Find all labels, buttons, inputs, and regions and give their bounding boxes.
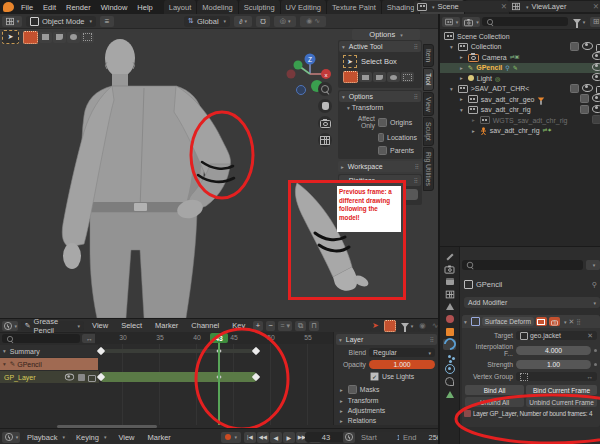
menu-file[interactable]: File [16, 3, 38, 12]
outliner-row-chr-geo[interactable]: ▸sav_adt_chr_geo [440, 94, 600, 104]
render-icon[interactable] [596, 86, 600, 94]
playback-menu[interactable]: Playback▾ [23, 432, 69, 442]
tab-physics-icon[interactable] [443, 364, 456, 375]
outliner-row-scene-collection[interactable]: Scene Collection [444, 31, 510, 41]
channel-summary[interactable]: ▾Summary [0, 345, 98, 357]
tab-output-icon[interactable] [443, 276, 456, 287]
pan-hand-icon[interactable] [318, 99, 332, 113]
keying-menu[interactable]: Keying▾ [72, 432, 110, 442]
ds-add-key-button[interactable]: + [253, 321, 263, 331]
ds-lock-button[interactable]: ⊓ [309, 321, 319, 331]
channel-gp-layer[interactable]: GP_Layer [0, 371, 99, 383]
tab-world-icon[interactable] [443, 314, 456, 325]
n-tab-sculpt[interactable]: Sculpt [423, 117, 434, 146]
workspace-tab-texture-paint[interactable]: Texture Paint [327, 0, 382, 14]
ds-menu-view[interactable]: View [87, 321, 113, 330]
tool-mode-3[interactable] [373, 72, 386, 82]
ortho-grid-icon[interactable] [318, 133, 332, 147]
breadcrumb-object-name[interactable]: GPencil [476, 280, 502, 289]
ds-menu-channel[interactable]: Channel [186, 321, 224, 330]
active-tool-panel-header[interactable]: ▾Active Tool⠿ [339, 41, 421, 52]
hide-icon[interactable] [592, 73, 600, 81]
blend-dropdown[interactable]: Regular▾ [369, 348, 435, 357]
hide-icon[interactable] [582, 42, 593, 50]
options-panel-header[interactable]: ▾Options⠿ [339, 91, 421, 102]
key-area[interactable] [95, 344, 338, 425]
timeline-menu-marker[interactable]: Marker [143, 433, 176, 442]
modifier-drag-handle[interactable]: ⣿ [576, 318, 580, 325]
play-reverse-button[interactable]: ◀ [270, 432, 282, 443]
ds-filter-funnel-button[interactable]: ▾ [399, 321, 415, 331]
auto-key-record-button[interactable]: ▾ [221, 432, 241, 443]
origins-checkbox[interactable] [378, 118, 387, 127]
ds-editor-type-button[interactable]: ▾ [2, 321, 18, 331]
bind-all-button[interactable]: Bind All [465, 385, 524, 395]
tab-modifiers-icon[interactable] [443, 339, 456, 350]
proportional-editing-button[interactable]: ◎▾ [274, 16, 296, 27]
tab-object-icon[interactable] [443, 326, 456, 337]
modifier-name-field[interactable]: Surface Deform [482, 317, 534, 326]
channel-gpencil[interactable]: ▾✎GPencil [0, 358, 98, 370]
menu-render[interactable]: Render [61, 3, 96, 12]
render-icon[interactable] [596, 44, 600, 52]
outliner-row-armature-rig[interactable]: ▸sav_adt_chr_rig⮂✶ [440, 126, 600, 136]
tool-mode-5[interactable] [401, 72, 414, 82]
gp-layer-onion-icon[interactable] [78, 374, 85, 381]
playhead-line[interactable] [218, 343, 220, 425]
relations-section[interactable]: Relations [348, 417, 376, 424]
n-tab-item[interactable]: Item [423, 44, 434, 67]
ds-remove-key-button[interactable]: − [266, 321, 276, 331]
interpolation-falloff-field[interactable]: 4.000 [516, 346, 591, 355]
viewport-3d[interactable]: ▾ Object Mode▾ ≡ ⇅Global▾ ∂▾ Ω ◎▾ ◉ ∿ ➤ … [0, 14, 438, 318]
outliner-row-camera[interactable]: ▸Camera⮂▣ [440, 52, 600, 62]
current-frame-field[interactable]: 43 [305, 432, 347, 442]
orientation-selector[interactable]: ⇅Global▾ [184, 16, 230, 27]
outliner-new-collection-button[interactable]: ⊞ [590, 17, 600, 27]
workspace-tab-modeling[interactable]: Modeling [197, 0, 238, 14]
outliner-row-collection[interactable]: ▾Collection [440, 42, 600, 52]
prev-keyframe-button[interactable]: ◀◀ [257, 432, 269, 443]
tool-mode-4[interactable] [387, 72, 400, 82]
workspace-panel-header[interactable]: ▸Workspace⠿ [338, 161, 422, 172]
outliner-row-chr-rig[interactable]: ▾sav_adt_chr_rig [440, 105, 600, 115]
channel-search-input[interactable] [2, 334, 80, 343]
blender-logo-icon[interactable] [3, 2, 14, 12]
ds-only-selected-icon[interactable]: ➤ [370, 321, 380, 331]
mode-selector[interactable]: Object Mode▾ [26, 16, 96, 27]
viewport-menus-button[interactable]: ≡ [100, 16, 114, 27]
workspace-tab-sculpting[interactable]: Sculpting [239, 0, 281, 14]
tab-tool-icon[interactable] [443, 251, 456, 262]
adjustments-section[interactable]: Adjustments [348, 407, 385, 414]
ds-mode-selector[interactable]: ✎Grease Pencil▾ [21, 321, 84, 331]
use-preview-range-button[interactable] [343, 432, 355, 443]
tab-data-icon[interactable] [443, 389, 456, 400]
outliner-row-sav-adt-chr[interactable]: ▾>SAV_ADT_CHR< [440, 84, 600, 94]
animate-dot[interactable] [594, 349, 597, 352]
exclude-checkbox[interactable] [580, 94, 589, 103]
outliner-display-mode-button[interactable]: ▾ [442, 17, 460, 27]
hide-icon[interactable] [592, 63, 600, 71]
ds-proportional-icon[interactable]: ◉ [418, 321, 428, 331]
gp-layer-visibility-icon[interactable] [65, 374, 74, 381]
ds-menu-select[interactable]: Select [116, 321, 147, 330]
outliner-row-wgts-rig[interactable]: ▸WGTS_sav_adt_chr_rig [440, 115, 600, 125]
exclude-checkbox[interactable] [580, 105, 589, 114]
exclude-checkbox[interactable] [592, 115, 600, 124]
transform-section[interactable]: Transform [348, 397, 379, 404]
outliner-scope-button[interactable]: ▾ [462, 17, 480, 27]
exclude-checkbox[interactable] [570, 42, 579, 51]
target-field[interactable]: geo.jacket✕ [516, 331, 597, 340]
add-modifier-dropdown[interactable]: Add Modifier▾ [464, 297, 600, 308]
vertex-group-field[interactable]: ↔ [516, 372, 597, 381]
opacity-slider[interactable]: 1.000 [369, 360, 435, 369]
current-frame-badge[interactable]: 43 [210, 333, 228, 343]
outliner-row-gpencil[interactable]: ▸✎GPencil⚲✎ [440, 63, 600, 73]
hide-icon[interactable] [592, 94, 600, 102]
tab-scene-icon[interactable] [443, 301, 456, 312]
jump-to-start-button[interactable]: |◀ [244, 432, 256, 443]
bind-current-frame-button[interactable]: Bind Current Frame [526, 385, 597, 395]
modifier-expand-icon[interactable]: ▾ [464, 319, 467, 325]
animate-dot[interactable] [594, 363, 597, 366]
play-button[interactable]: ▶ [283, 432, 295, 443]
ds-menu-key[interactable]: Key [227, 321, 250, 330]
